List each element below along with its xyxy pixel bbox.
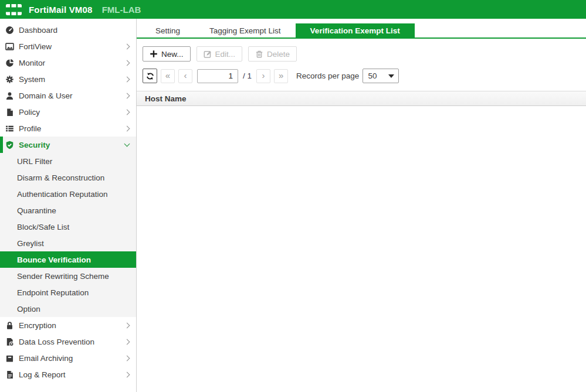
last-page-button[interactable]: » <box>274 69 288 83</box>
profile-icon <box>5 124 15 133</box>
sidebar-item-dashboard[interactable]: Dashboard <box>0 22 136 38</box>
records-per-page-select[interactable]: 50 <box>363 69 399 83</box>
chevron-right-icon <box>124 322 130 328</box>
chevron-right-icon <box>124 371 130 377</box>
fortiview-icon <box>5 42 15 51</box>
sidebar-item-sender-rewriting-scheme[interactable]: Sender Rewriting Scheme <box>0 268 136 284</box>
edit-icon <box>204 50 212 58</box>
sidebar-item-endpoint-reputation[interactable]: Endpoint Reputation <box>0 284 136 301</box>
prev-page-button[interactable]: ‹ <box>178 69 192 83</box>
tab-bar: SettingTagging Exempt ListVerification E… <box>137 23 586 39</box>
sidebar-item-policy[interactable]: Policy <box>0 104 136 120</box>
sidebar-item-monitor[interactable]: Monitor <box>0 54 136 71</box>
trash-icon <box>255 50 263 58</box>
sidebar-nav: DashboardFortiViewMonitorSystemDomain & … <box>0 19 137 392</box>
dlp-icon <box>5 338 15 346</box>
delete-button-label: Delete <box>267 50 290 59</box>
edit-button[interactable]: Edit... <box>197 46 243 62</box>
sidebar-item-quarantine[interactable]: Quarantine <box>0 202 136 219</box>
fortinet-logo-icon <box>6 4 22 15</box>
sidebar-item-url-filter[interactable]: URL Filter <box>0 153 136 169</box>
refresh-icon <box>146 72 154 80</box>
next-page-button[interactable]: › <box>256 69 270 83</box>
table-header: Host Name <box>137 91 586 106</box>
sidebar-item-block-safe-list[interactable]: Block/Safe List <box>0 219 136 235</box>
log-report-icon <box>5 370 15 379</box>
chevron-right-icon <box>124 339 130 345</box>
main-content: SettingTagging Exempt ListVerification E… <box>137 19 586 392</box>
column-header-host-name[interactable]: Host Name <box>145 94 187 103</box>
dashboard-icon <box>5 26 15 35</box>
sidebar-item-greylist[interactable]: Greylist <box>0 235 136 251</box>
app-title: FortiMail VM08 <box>29 5 93 15</box>
page-number-input[interactable] <box>197 69 238 83</box>
chevron-right-icon <box>124 355 130 361</box>
security-icon <box>5 141 15 149</box>
page-total: / 1 <box>243 71 252 80</box>
monitor-icon <box>5 59 15 67</box>
edit-button-label: Edit... <box>215 50 236 59</box>
chevron-down-icon <box>124 141 130 147</box>
new-button[interactable]: New... <box>143 46 191 62</box>
sidebar-item-log-report[interactable]: Log & Report <box>0 366 136 383</box>
policy-icon <box>5 108 15 117</box>
sidebar-item-domain-user[interactable]: Domain & User <box>0 87 136 104</box>
sidebar-item-security[interactable]: Security <box>0 137 136 153</box>
chevron-right-icon <box>124 76 130 82</box>
sidebar-item-label: Dashboard <box>19 26 129 35</box>
chevron-right-icon <box>124 60 130 66</box>
sidebar-item-data-loss-prevention[interactable]: Data Loss Prevention <box>0 333 136 350</box>
tab-tagging-exempt-list[interactable]: Tagging Exempt List <box>195 23 296 38</box>
records-per-page-label: Records per page <box>296 71 359 80</box>
chevron-right-icon <box>124 125 130 131</box>
sidebar-item-label: Policy <box>19 108 125 117</box>
sidebar-item-disarm-reconstruction[interactable]: Disarm & Reconstruction <box>0 169 136 186</box>
sidebar-item-encryption[interactable]: Encryption <box>0 317 136 333</box>
sidebar-item-label: Encryption <box>19 321 125 330</box>
chevron-right-icon <box>124 109 130 115</box>
domain-user-icon <box>5 91 15 100</box>
refresh-button[interactable] <box>143 69 157 83</box>
sidebar-item-label: System <box>19 75 125 84</box>
security-submenu: URL FilterDisarm & ReconstructionAuthent… <box>0 153 136 317</box>
chevron-right-icon <box>124 93 130 98</box>
page-separator: / <box>243 71 245 80</box>
app-window: FortiMail VM08 FML-LAB DashboardFortiVie… <box>0 0 586 392</box>
pagination: « ‹ / 1 › » Records per page 50 <box>143 69 586 83</box>
sidebar-item-label: Security <box>19 141 125 149</box>
sidebar-item-fortiview[interactable]: FortiView <box>0 38 136 54</box>
sidebar-item-label: Monitor <box>19 59 125 67</box>
sidebar-item-email-archiving[interactable]: Email Archiving <box>0 350 136 366</box>
delete-button[interactable]: Delete <box>248 46 297 62</box>
chevron-right-icon <box>124 43 130 49</box>
sidebar-item-label: Profile <box>19 124 125 133</box>
main-layout: DashboardFortiViewMonitorSystemDomain & … <box>0 19 586 392</box>
total-pages: 1 <box>248 71 252 80</box>
sidebar-item-option[interactable]: Option <box>0 301 136 317</box>
first-page-button[interactable]: « <box>161 69 175 83</box>
environment-label: FML-LAB <box>102 5 141 15</box>
sidebar-item-system[interactable]: System <box>0 71 136 87</box>
system-icon <box>5 75 15 84</box>
tab-verification-exempt-list[interactable]: Verification Exempt List <box>296 23 415 38</box>
encryption-icon <box>5 321 15 330</box>
top-bar: FortiMail VM08 FML-LAB <box>0 0 586 19</box>
email-archiving-icon <box>5 354 15 363</box>
records-per-page-value: 50 <box>368 71 377 80</box>
toolbar: New... Edit... <box>143 46 586 62</box>
sidebar-item-label: FortiView <box>19 42 125 51</box>
table-body <box>137 106 586 392</box>
sidebar-item-label: Data Loss Prevention <box>19 338 125 346</box>
sidebar-item-bounce-verification[interactable]: Bounce Verification <box>0 251 136 268</box>
new-button-label: New... <box>161 50 184 59</box>
tab-setting[interactable]: Setting <box>141 23 195 38</box>
sidebar-item-label: Domain & User <box>19 91 125 100</box>
sidebar-item-profile[interactable]: Profile <box>0 120 136 137</box>
sidebar-item-authentication-reputation[interactable]: Authentication Reputation <box>0 186 136 202</box>
plus-icon <box>150 50 158 58</box>
dropdown-arrow-icon <box>388 74 394 78</box>
sidebar-item-label: Email Archiving <box>19 354 125 363</box>
sidebar-item-label: Log & Report <box>19 370 125 379</box>
